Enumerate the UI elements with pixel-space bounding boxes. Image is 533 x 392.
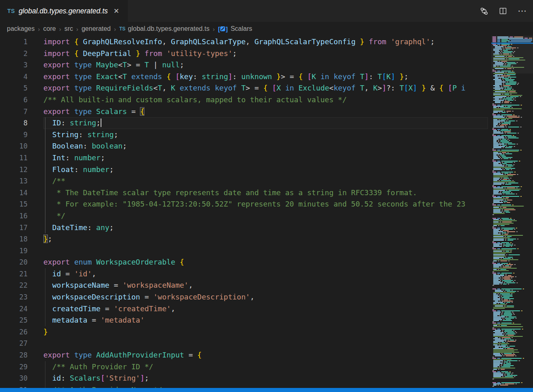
code-token: DateTime <box>52 223 88 232</box>
code-token: GraphQLScalarTypeConfig <box>254 37 355 46</box>
gutter-line-number[interactable]: 3 <box>0 59 43 71</box>
code-line[interactable]: 16 */ <box>0 210 488 222</box>
code-line[interactable]: 19 <box>0 245 488 257</box>
gutter-line-number[interactable]: 9 <box>0 129 43 141</box>
code-line[interactable]: 15 * For example: "1985-04-12T23:20:50.5… <box>0 198 488 210</box>
gutter-line-number[interactable]: 19 <box>0 245 43 257</box>
code-line[interactable]: 8 ID: string; <box>0 117 488 129</box>
code-line[interactable]: 30 id: Scalars['String']; <box>0 373 488 384</box>
code-content: /** Auth Provider ID */ <box>43 361 488 373</box>
gutter-line-number[interactable]: 25 <box>0 314 43 326</box>
code-line[interactable]: 2import { DeepPartial } from 'utility-ty… <box>0 48 488 60</box>
gutter-line-number[interactable]: 28 <box>0 349 43 361</box>
gutter-line-number[interactable]: 30 <box>0 373 43 384</box>
gutter-line-number[interactable]: 24 <box>0 303 43 315</box>
code-line[interactable]: 22 workspaceName = 'workspaceName', <box>0 280 488 291</box>
gutter-line-number[interactable]: 31 <box>0 384 43 388</box>
split-editor-icon[interactable] <box>499 7 507 15</box>
gutter-line-number[interactable]: 11 <box>0 152 43 164</box>
code-token <box>127 72 131 81</box>
code-token <box>364 37 369 46</box>
breadcrumb-item-src[interactable]: src <box>64 25 73 32</box>
gutter-line-number[interactable]: 14 <box>0 187 43 199</box>
breadcrumb: packages › core › src › generated › TS g… <box>0 22 533 36</box>
breadcrumb-item-packages[interactable]: packages <box>7 25 35 32</box>
code-line[interactable]: 1import { GraphQLResolveInfo, GraphQLSca… <box>0 36 488 48</box>
code-line[interactable]: 3export type Maybe<T> = T | null; <box>0 59 488 71</box>
code-line[interactable]: 6/** All built-in and custom scalars, ma… <box>0 94 488 106</box>
code-line[interactable]: 29 /** Auth Provider ID */ <box>0 361 488 373</box>
code-token: * The DateTime scalar type represents da… <box>57 188 417 197</box>
code-line[interactable]: 26} <box>0 326 488 338</box>
code-line[interactable]: 27 <box>0 338 488 349</box>
breadcrumb-file-name[interactable]: global.db.types.generated.ts <box>128 25 209 32</box>
gutter-line-number[interactable]: 7 <box>0 106 43 118</box>
gutter-line-number[interactable]: 5 <box>0 82 43 94</box>
open-changes-icon[interactable] <box>480 7 488 15</box>
code-line[interactable]: 28export type AddAuthProviderInput = { <box>0 349 488 361</box>
code-line[interactable]: 10 Boolean: boolean; <box>0 140 488 152</box>
breadcrumb-symbol-name[interactable]: Scalars <box>230 25 252 32</box>
code-line[interactable]: 31 /** Auth Provider Name */ <box>0 384 488 388</box>
gutter-line-number[interactable]: 20 <box>0 256 43 268</box>
code-token: Boolean <box>52 142 83 150</box>
code-line[interactable]: 18}; <box>0 233 488 245</box>
gutter-line-number[interactable]: 23 <box>0 291 43 303</box>
code-token: import <box>43 37 70 46</box>
code-token: export <box>43 258 70 266</box>
code-line[interactable]: 7export type Scalars = { <box>0 106 488 118</box>
code-token: id <box>52 269 61 278</box>
indent-guide <box>45 361 45 373</box>
breadcrumb-item-generated[interactable]: generated <box>82 25 111 32</box>
close-icon[interactable]: ✕ <box>114 8 119 15</box>
gutter-line-number[interactable]: 2 <box>0 48 43 60</box>
code-line[interactable]: 20export enum WorkspaceOrderable { <box>0 256 488 268</box>
gutter-line-number[interactable]: 29 <box>0 361 43 373</box>
code-token: , <box>162 84 171 92</box>
code-line[interactable]: 21 id = 'id', <box>0 268 488 280</box>
code-token: , <box>92 269 96 278</box>
more-actions-icon[interactable]: ⋯ <box>518 9 527 13</box>
code-token: : <box>87 223 96 232</box>
code-line[interactable]: 25 metadata = 'metadata' <box>0 314 488 326</box>
breadcrumb-item-core[interactable]: core <box>43 25 56 32</box>
gutter-line-number[interactable]: 26 <box>0 326 43 338</box>
gutter-line-number[interactable]: 12 <box>0 164 43 176</box>
text-cursor <box>101 118 101 127</box>
gutter-line-number[interactable]: 10 <box>0 140 43 152</box>
code-token: 'String' <box>105 374 140 382</box>
code-token: & <box>426 84 439 92</box>
code-line[interactable]: 17 DateTime: any; <box>0 222 488 234</box>
code-line[interactable]: 24 createdTime = 'createdTime', <box>0 303 488 315</box>
code-token: > <box>281 72 285 81</box>
code-token: } <box>136 49 140 58</box>
code-token <box>92 351 96 359</box>
code-line[interactable]: 5export type RequireFields<T, K extends … <box>0 82 488 94</box>
gutter-line-number[interactable]: 13 <box>0 175 43 187</box>
code-line[interactable]: 9 String: string; <box>0 129 488 141</box>
code-line[interactable]: 4export type Exact<T extends { [key: str… <box>0 71 488 83</box>
code-line[interactable]: 12 Float: number; <box>0 164 488 176</box>
code-line[interactable]: 13 /** <box>0 175 488 187</box>
gutter-line-number[interactable]: 21 <box>0 268 43 280</box>
code-line[interactable]: 14 * The DateTime scalar type represents… <box>0 187 488 199</box>
code-token: ] <box>391 72 395 81</box>
code-line[interactable]: 23 workspaceDescription = 'workspaceDesc… <box>0 291 488 303</box>
gutter-line-number[interactable]: 6 <box>0 94 43 106</box>
code-token <box>70 49 74 58</box>
code-token: keyof <box>333 84 355 92</box>
editor-tab[interactable]: TS global.db.types.generated.ts ✕ <box>0 0 128 22</box>
code-token: } <box>400 72 404 81</box>
gutter-line-number[interactable]: 15 <box>0 198 43 210</box>
minimap[interactable] <box>491 36 533 388</box>
code-line[interactable]: 11 Int: number; <box>0 152 488 164</box>
gutter-line-number[interactable]: 8 <box>0 117 43 129</box>
gutter-line-number[interactable]: 17 <box>0 222 43 234</box>
gutter-line-number[interactable]: 22 <box>0 280 43 291</box>
gutter-line-number[interactable]: 4 <box>0 71 43 83</box>
gutter-line-number[interactable]: 27 <box>0 338 43 349</box>
gutter-line-number[interactable]: 18 <box>0 233 43 245</box>
code-token: { <box>167 72 171 81</box>
gutter-line-number[interactable]: 1 <box>0 36 43 48</box>
gutter-line-number[interactable]: 16 <box>0 210 43 222</box>
